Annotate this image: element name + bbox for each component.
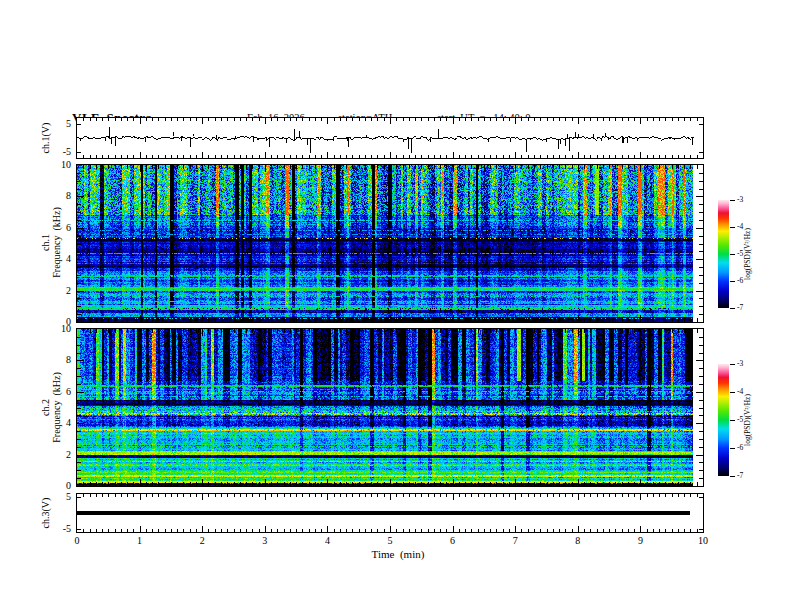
- tick-label: 5: [66, 492, 71, 502]
- tick-label: 8: [66, 355, 71, 365]
- colorbar-1-label: log(PSD)(V²/Hz): [742, 194, 752, 314]
- tick-label: 10: [61, 324, 71, 334]
- tick-mark: [730, 392, 735, 393]
- ch2-spectrogram-canvas: [77, 329, 703, 486]
- ch1-spectrogram-panel: [76, 164, 704, 323]
- ch3-waveform-ylabel: ch.3(V): [37, 413, 53, 612]
- tick-label: 1: [137, 536, 142, 546]
- ch1-spectrogram-ylabel-line1: ch.1: [39, 234, 50, 251]
- tick-label: 10: [61, 160, 71, 170]
- tick-label: 4: [66, 254, 71, 264]
- tick-mark: [730, 281, 735, 282]
- vlf-spectra-figure: VLF Spectra Feb. 16, 2026 station=ATH st…: [0, 0, 792, 612]
- ch1-spectrogram-canvas: [77, 165, 703, 322]
- ch3-waveform-canvas: [77, 494, 703, 532]
- tick-label: 6: [66, 387, 71, 397]
- tick-mark: [730, 476, 735, 477]
- ch1-spectrogram-ylabel-line2: Frequency (kHz): [50, 207, 61, 278]
- tick-mark: [730, 254, 735, 255]
- colorbar-1: [718, 200, 729, 308]
- ch3-waveform-ylabel-text: ch.3(V): [40, 498, 51, 529]
- tick-label: 3: [262, 536, 267, 546]
- tick-label: 9: [638, 536, 643, 546]
- tick-label: 5: [66, 119, 71, 129]
- colorbar-1-label-text: log(PSD)(V²/Hz): [742, 228, 753, 280]
- tick-label: -5: [63, 147, 71, 157]
- colorbar-2-label: log(PSD)(V²/Hz): [742, 360, 752, 480]
- tick-mark: [730, 200, 735, 201]
- tick-label: 10: [698, 536, 708, 546]
- x-axis-ticks: 012345678910: [77, 536, 703, 548]
- tick-mark: [730, 308, 735, 309]
- tick-label: 6: [450, 536, 455, 546]
- tick-mark: [730, 364, 735, 365]
- colorbar-2: [718, 364, 729, 476]
- tick-label: 0: [66, 481, 71, 491]
- tick-label: 6: [66, 223, 71, 233]
- ch3-waveform-panel: [76, 493, 704, 533]
- tick-label: -5: [63, 524, 71, 534]
- ch1-waveform-canvas: [77, 118, 703, 158]
- colorbar-2-label-text: log(PSD)(V²/Hz): [742, 394, 753, 446]
- tick-label: 4: [325, 536, 330, 546]
- tick-label: 8: [575, 536, 580, 546]
- tick-mark: [730, 420, 735, 421]
- tick-label: 4: [66, 418, 71, 428]
- ch1-waveform-panel: [76, 117, 704, 159]
- ch2-spectrogram-panel: [76, 328, 704, 487]
- tick-mark: [730, 448, 735, 449]
- tick-label: 8: [66, 191, 71, 201]
- tick-label: 0: [75, 536, 80, 546]
- tick-mark: [730, 227, 735, 228]
- x-axis-label: Time (min): [372, 548, 425, 560]
- tick-label: 2: [200, 536, 205, 546]
- tick-label: 2: [66, 286, 71, 296]
- tick-label: 5: [388, 536, 393, 546]
- tick-label: 7: [513, 536, 518, 546]
- tick-label: 2: [66, 450, 71, 460]
